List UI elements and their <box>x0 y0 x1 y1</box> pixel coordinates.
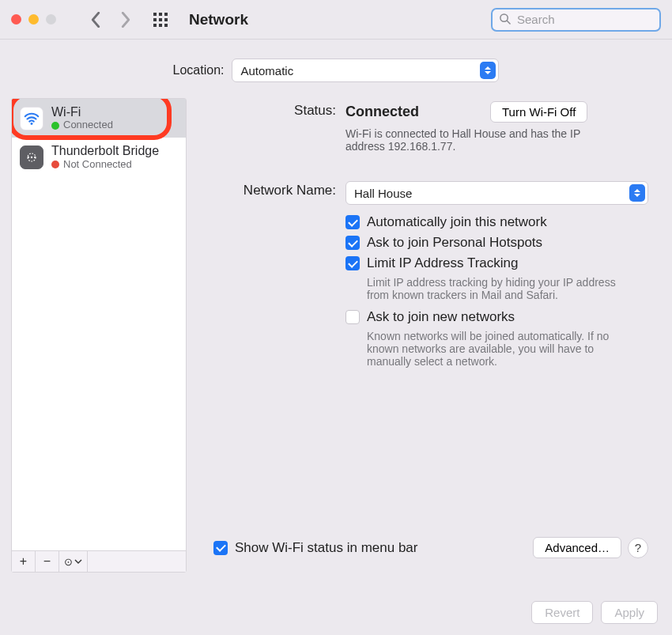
svg-point-11 <box>31 123 33 125</box>
zoom-window-icon[interactable] <box>46 14 56 25</box>
svg-rect-1 <box>159 13 162 16</box>
search-icon <box>499 13 511 27</box>
help-button[interactable]: ? <box>628 538 648 558</box>
wifi-icon <box>20 107 43 130</box>
svg-rect-0 <box>153 13 157 16</box>
network-name-label: Network Name: <box>213 181 336 198</box>
sidebar-item-text: Wi-Fi Connected <box>51 105 113 131</box>
bottom-bar: Revert Apply <box>531 601 658 624</box>
svg-point-13 <box>28 157 29 158</box>
status-label: Status: <box>213 101 336 119</box>
checkbox-label: Ask to join Personal Hotspots <box>367 235 542 251</box>
network-name-row: Network Name: Hall House Automatically j… <box>213 181 648 376</box>
interface-name: Wi-Fi <box>51 105 113 119</box>
interface-status: Connected <box>63 119 113 131</box>
checkbox-auto-join[interactable]: Automatically join this network <box>345 214 648 230</box>
main-content: Wi-Fi Connected Thunderbolt Bridge Not C… <box>0 98 672 573</box>
checkbox-subtext: Limit IP address tracking by hiding your… <box>367 276 636 301</box>
network-name-value: Hall House <box>354 187 412 200</box>
svg-rect-8 <box>164 24 168 27</box>
svg-rect-7 <box>159 24 162 27</box>
checkbox-personal-hotspots[interactable]: Ask to join Personal Hotspots <box>345 235 648 251</box>
add-interface-button[interactable]: + <box>12 551 36 572</box>
chevron-down-icon <box>74 558 82 565</box>
minimize-window-icon[interactable] <box>28 14 39 25</box>
revert-button[interactable]: Revert <box>531 601 593 624</box>
checkbox-label: Limit IP Address Tracking <box>367 255 519 271</box>
svg-rect-5 <box>164 18 168 21</box>
footer-spacer <box>88 551 186 572</box>
status-description: Wi-Fi is connected to Hall House and has… <box>345 127 606 153</box>
status-value: Connected <box>345 104 419 120</box>
forward-button[interactable] <box>119 12 132 28</box>
window-title: Network <box>189 11 248 28</box>
location-label: Location: <box>173 63 225 77</box>
window-controls <box>11 14 56 25</box>
advanced-button[interactable]: Advanced… <box>533 537 621 558</box>
interface-status: Not Connected <box>63 159 132 171</box>
checkbox-label: Ask to join new networks <box>367 309 515 325</box>
apply-button[interactable]: Apply <box>601 601 658 624</box>
svg-line-10 <box>507 21 510 24</box>
svg-rect-4 <box>159 18 162 21</box>
sidebar-item-text: Thunderbolt Bridge Not Connected <box>51 144 159 170</box>
checkbox-icon <box>345 215 360 229</box>
remove-interface-button[interactable]: − <box>36 551 59 572</box>
dropdown-stepper-icon <box>480 62 496 79</box>
checkbox-icon <box>213 541 228 555</box>
show-all-icon[interactable] <box>153 12 168 28</box>
search-input[interactable] <box>515 12 653 27</box>
location-select[interactable]: Automatic <box>232 59 499 82</box>
interface-list: Wi-Fi Connected Thunderbolt Bridge Not C… <box>12 99 186 550</box>
titlebar: Network <box>0 0 672 40</box>
checkbox-limit-ip-tracking[interactable]: Limit IP Address Tracking <box>345 255 648 271</box>
checkbox-subtext: Known networks will be joined automatica… <box>367 330 636 368</box>
checkbox-ask-join-new[interactable]: Ask to join new networks <box>345 309 648 325</box>
status-row: Status: Connected Turn Wi-Fi Off Wi-Fi i… <box>213 101 648 153</box>
checkbox-icon <box>345 236 360 250</box>
status-dot-icon <box>51 161 59 168</box>
checkbox-icon <box>345 310 360 324</box>
sidebar-item-wifi[interactable]: Wi-Fi Connected <box>12 99 186 138</box>
interface-sidebar: Wi-Fi Connected Thunderbolt Bridge Not C… <box>11 98 187 573</box>
checkbox-icon <box>345 256 360 270</box>
sidebar-item-thunderbolt[interactable]: Thunderbolt Bridge Not Connected <box>12 138 186 176</box>
network-name-select[interactable]: Hall House <box>345 181 648 205</box>
thunderbolt-icon <box>20 146 43 169</box>
detail-panel: Status: Connected Turn Wi-Fi Off Wi-Fi i… <box>198 98 661 573</box>
interface-actions-button[interactable]: ⊙ <box>59 551 88 572</box>
svg-point-14 <box>31 157 32 158</box>
detail-footer: Show Wi-Fi status in menu bar Advanced… … <box>213 529 648 573</box>
svg-point-15 <box>34 157 36 158</box>
checkbox-label: Automatically join this network <box>367 214 547 230</box>
svg-rect-2 <box>164 13 168 16</box>
wifi-toggle-button[interactable]: Turn Wi-Fi Off <box>490 101 587 123</box>
dropdown-stepper-icon <box>629 184 645 202</box>
location-row: Location: Automatic <box>0 40 672 98</box>
close-window-icon[interactable] <box>11 14 21 25</box>
svg-rect-3 <box>153 18 157 21</box>
checkbox-label: Show Wi-Fi status in menu bar <box>235 540 417 556</box>
nav-arrows <box>89 12 132 28</box>
status-dot-icon <box>51 122 59 130</box>
sidebar-footer: + − ⊙ <box>12 550 186 572</box>
interface-name: Thunderbolt Bridge <box>51 144 159 158</box>
actions-icon: ⊙ <box>64 557 73 567</box>
checkbox-menubar-status[interactable]: Show Wi-Fi status in menu bar <box>213 540 417 556</box>
back-button[interactable] <box>89 12 102 28</box>
location-value: Automatic <box>240 64 293 77</box>
search-field[interactable] <box>491 8 661 32</box>
svg-rect-6 <box>153 24 157 27</box>
